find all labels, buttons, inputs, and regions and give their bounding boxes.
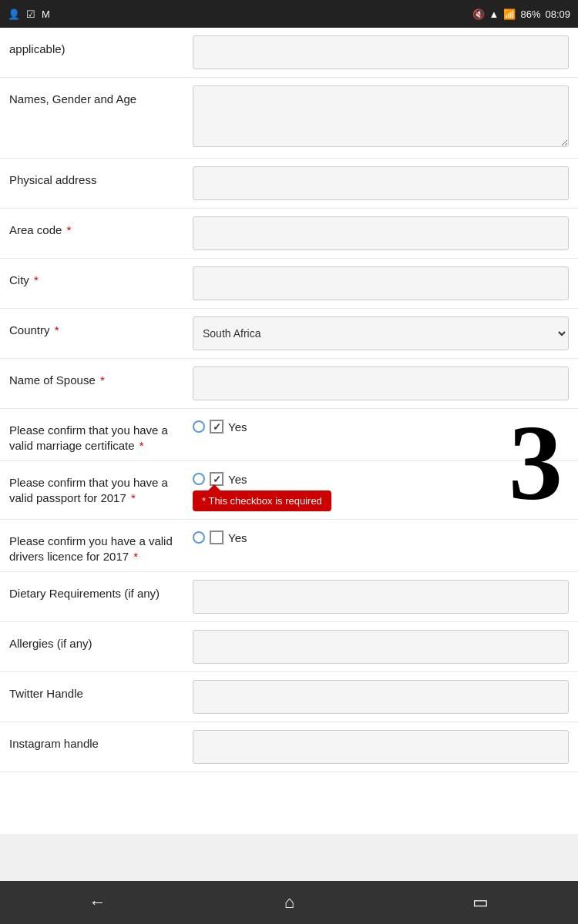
mute-icon: 🔇 [472,8,485,20]
passport-required: * [128,491,136,504]
drivers-radio-dot[interactable] [193,531,205,544]
status-right-icons: 🔇 ▲ 📶 86% 08:09 [472,8,570,20]
allergies-input-area [187,630,569,664]
drivers-checkbox[interactable] [210,531,223,544]
marriage-radio-dot[interactable] [193,420,205,433]
area-code-input-area [187,216,569,250]
nav-bar: ← ⌂ ▭ [0,881,578,924]
signal-icon: 📶 [503,8,516,20]
passport-checkbox-group: Yes [193,472,569,486]
spouse-input-area [187,367,569,400]
names-gender-age-input[interactable] [193,85,569,147]
allergies-input[interactable] [193,630,569,664]
spouse-input[interactable] [193,367,569,400]
passport-input-area: Yes * This checkbox is required [187,469,569,511]
allergies-row: Allergies (if any) [0,622,578,672]
passport-error-tooltip: * This checkbox is required [193,490,331,511]
names-gender-age-input-area [187,85,569,150]
passport-yes-label: Yes [228,473,247,486]
city-input-area [187,266,569,300]
marriage-checkbox[interactable] [210,420,223,434]
battery-level: 86% [520,8,540,20]
home-button[interactable]: ⌂ [269,886,310,919]
allergies-label: Allergies (if any) [9,630,187,651]
instagram-input-area [187,730,569,764]
recent-button[interactable]: ▭ [457,886,504,919]
back-button[interactable]: ← [74,886,122,919]
applicable-input[interactable] [193,35,569,69]
wifi-icon: ▲ [489,8,499,20]
names-gender-age-row: Names, Gender and Age [0,78,578,159]
instagram-row: Instagram handle [0,722,578,772]
status-left-icons: 👤 ☑ M [8,8,50,20]
gmail-icon: M [42,8,50,20]
area-code-row: Area code * [0,209,578,259]
physical-address-input-area [187,166,569,200]
spouse-required: * [97,373,105,387]
area-code-input[interactable] [193,216,569,250]
city-label: City * [9,266,187,288]
dietary-input[interactable] [193,580,569,614]
marriage-certificate-input-area: Yes [187,417,569,434]
country-label: Country * [9,316,187,338]
drivers-yes-label: Yes [228,531,247,544]
marriage-yes-label: Yes [228,420,247,434]
form-container: applicable) Names, Gender and Age Physic… [0,28,578,834]
physical-address-input[interactable] [193,166,569,200]
passport-row: Please confirm that you have a valid pas… [0,461,578,520]
city-row: City * [0,259,578,309]
spouse-row: Name of Spouse * [0,359,578,409]
applicable-input-area [187,35,569,69]
physical-address-row: Physical address [0,159,578,209]
dietary-label: Dietary Requirements (if any) [9,580,187,601]
person-icon: 👤 [8,8,20,20]
drivers-licence-input-area: Yes [187,527,569,544]
drivers-licence-row: Please confirm you have a valid drivers … [0,520,578,572]
names-gender-age-label: Names, Gender and Age [9,85,187,107]
applicable-label: applicable) [9,35,187,57]
marriage-certificate-row: Please confirm that you have a valid mar… [0,409,578,461]
instagram-label: Instagram handle [9,730,187,752]
city-input[interactable] [193,266,569,300]
twitter-input[interactable] [193,680,569,714]
applicable-row: applicable) [0,28,578,78]
marriage-required: * [136,439,144,452]
marriage-certificate-label: Please confirm that you have a valid mar… [9,417,187,453]
time-display: 08:09 [545,8,570,20]
instagram-input[interactable] [193,730,569,764]
dietary-row: Dietary Requirements (if any) [0,572,578,622]
passport-radio-dot[interactable] [193,473,205,485]
country-input-area: South Africa United Kingdom United State… [187,316,569,350]
dietary-input-area [187,580,569,614]
physical-address-label: Physical address [9,166,187,188]
area-code-required: * [63,223,71,236]
country-row: Country * South Africa United Kingdom Un… [0,309,578,359]
twitter-label: Twitter Handle [9,680,187,701]
drivers-required: * [130,550,138,563]
confirmation-section: 3 Please confirm that you have a valid m… [0,409,578,572]
area-code-label: Area code * [9,216,187,238]
marriage-checkbox-group: Yes [193,420,569,434]
passport-label: Please confirm that you have a valid pas… [9,469,187,505]
country-select[interactable]: South Africa United Kingdom United State… [193,316,569,350]
city-required: * [31,273,39,286]
drivers-licence-label: Please confirm you have a valid drivers … [9,527,187,564]
drivers-checkbox-group: Yes [193,531,569,544]
country-required: * [52,323,59,336]
twitter-row: Twitter Handle [0,672,578,722]
spouse-label: Name of Spouse * [9,367,187,388]
status-bar: 👤 ☑ M 🔇 ▲ 📶 86% 08:09 [0,0,578,28]
twitter-input-area [187,680,569,714]
check-icon: ☑ [26,8,35,20]
